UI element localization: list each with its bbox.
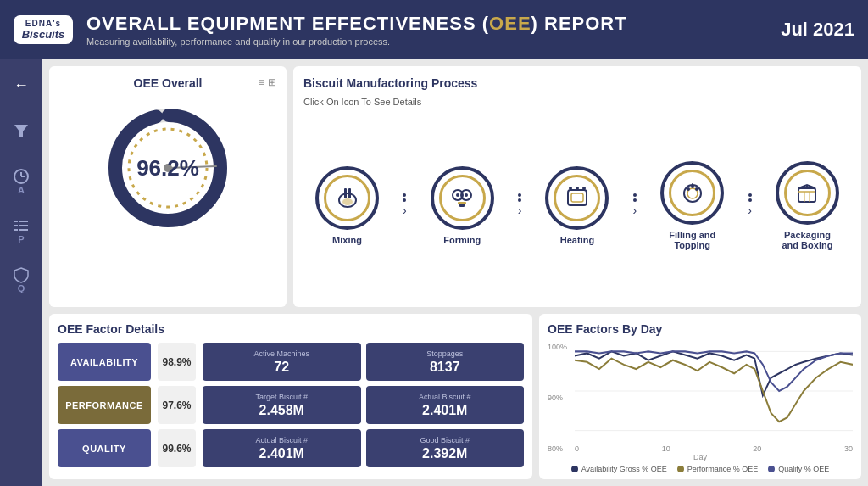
content: OEE Overall ≡ ⊞ [42,59,868,486]
target-biscuit-label: Target Biscuit # [255,393,308,401]
header: EDNA's Biscuits OVERALL EQUIPMENT EFFECT… [0,0,868,59]
step-icon-filling [669,170,715,216]
chart-area: 100% 90% 80% [548,343,853,453]
main-title: OVERALL EQUIPMENT EFFECTIVENESS (OEE) RE… [86,13,781,35]
svg-rect-9 [19,229,28,231]
oee-factor-title: OEE Factor Details [58,322,524,336]
active-machines-value: 72 [274,360,289,375]
step-icon-heating [554,175,600,221]
oee-highlight: OEE [489,13,531,34]
svg-point-22 [465,193,468,197]
oee-overall-panel: OEE Overall ≡ ⊞ [49,66,287,307]
arrow-3: › [633,193,637,217]
target-biscuit-value: 2.458M [259,403,304,418]
active-machines-cell: Active Machines 72 [203,343,361,381]
quality-label: QUALITY [58,429,151,467]
arrow-2: › [518,193,522,217]
step-circle-filling [660,161,724,225]
actual-biscuit-perf-value: 2.401M [422,403,467,418]
title-suffix: ) REPORT [531,13,627,34]
quality-pct: 99.6% [158,429,196,467]
stoppages-value: 8137 [430,360,460,375]
svg-rect-8 [14,229,18,231]
step-forming[interactable]: Forming [431,166,494,245]
header-date: Jul 2021 [781,19,854,41]
oee-factor-panel: OEE Factor Details AVAILABILITY PERFORMA… [49,314,532,479]
data-row-1: Active Machines 72 Stoppages 8137 [203,343,524,381]
svg-rect-26 [571,193,583,202]
step-mixing[interactable]: Mixing [315,166,379,245]
oee-value: 96.2% [136,155,199,182]
process-title: Biscuit Manufactoring Process [303,76,851,90]
target-biscuit-cell: Target Biscuit # 2.458M [203,386,361,424]
title-prefix: OVERALL EQUIPMENT EFFECTIVENESS ( [86,13,489,34]
main-layout: ← A P Q OEE Overall [0,59,868,486]
actual-biscuit-perf-cell: Actual Biscuit # 2.401M [366,386,525,424]
svg-point-21 [456,193,459,197]
legend-label-quality: Quality % OEE [778,465,829,473]
availability-label: AVAILABILITY [58,343,151,381]
legend-label-availability: Availability Gross % OEE [581,465,667,473]
step-label-forming: Forming [443,235,481,245]
legend-quality: Quality % OEE [768,465,829,473]
sidebar: ← A P Q [0,59,42,486]
chart-y-labels: 100% 90% 80% [548,343,573,453]
arrow-4: › [748,193,752,217]
good-biscuit-value: 2.392M [422,446,467,461]
svg-marker-0 [14,125,28,137]
performance-pct: 97.6% [158,386,196,424]
actual-biscuit-qual-value: 2.401M [259,446,304,461]
top-row: OEE Overall ≡ ⊞ [49,66,861,307]
process-steps: Mixing › [303,114,851,297]
data-row-2: Target Biscuit # 2.458M Actual Biscuit #… [203,386,524,424]
bottom-row: OEE Factor Details AVAILABILITY PERFORMA… [49,314,861,479]
logo: EDNA's Biscuits [14,15,73,44]
step-label-packaging: Packagingand Boxing [782,230,833,250]
filter-icon-small[interactable]: ≡ [259,76,264,88]
svg-point-35 [687,187,690,191]
chart-svg-container [575,343,853,439]
legend-dot-availability [571,466,578,472]
actual-biscuit-perf-label: Actual Biscuit # [419,393,471,401]
step-circle-heating [545,166,609,230]
stoppages-cell: Stoppages 8137 [366,343,525,381]
sidebar-back[interactable]: ← [6,70,36,100]
factor-pcts: 98.9% 97.6% 99.6% [158,343,196,467]
arrow-1: › [403,193,407,217]
expand-icon[interactable]: ⊞ [268,76,276,88]
factor-grid: AVAILABILITY PERFORMANCE QUALITY 98.9% 9… [58,343,524,467]
step-label-mixing: Mixing [332,235,362,245]
header-title-block: OVERALL EQUIPMENT EFFECTIVENESS (OEE) RE… [86,13,781,47]
step-circle-mixing [315,166,379,230]
step-icon-packaging [784,170,831,216]
svg-rect-5 [19,221,28,222]
good-biscuit-label: Good Biscuit # [420,436,470,444]
oee-day-panel: OEE Factors By Day 100% 90% 80% [539,314,861,479]
step-icon-mixing [324,175,370,221]
step-filling[interactable]: Filling andTopping [660,161,724,250]
chart-x-title: Day [548,453,853,461]
legend-dot-quality [768,466,775,472]
data-row-3: Actual Biscuit # 2.401M Good Biscuit # 2… [203,429,524,467]
svg-rect-7 [19,225,28,226]
svg-point-18 [342,198,353,205]
panel-icons: ≡ ⊞ [259,76,276,88]
svg-rect-16 [344,188,347,198]
step-packaging[interactable]: Packagingand Boxing [776,161,839,250]
svg-point-36 [695,187,698,191]
svg-rect-39 [798,188,815,202]
sidebar-filter[interactable] [6,115,36,146]
svg-rect-4 [14,221,18,222]
step-heating[interactable]: Heating [545,166,609,245]
step-icon-forming [439,175,486,221]
actual-biscuit-qual-cell: Actual Biscuit # 2.401M [203,429,361,467]
step-label-heating: Heating [560,235,594,245]
logo-biscuits: Biscuits [22,28,65,41]
step-circle-forming [431,166,494,230]
header-subtitle: Measuring availability, performance and … [86,36,781,47]
legend-performance: Performance % OEE [677,465,759,473]
sidebar-p-label: P [18,234,24,244]
svg-rect-24 [458,202,466,204]
active-machines-label: Active Machines [253,349,309,358]
factor-data: Active Machines 72 Stoppages 8137 Tar [203,343,524,467]
